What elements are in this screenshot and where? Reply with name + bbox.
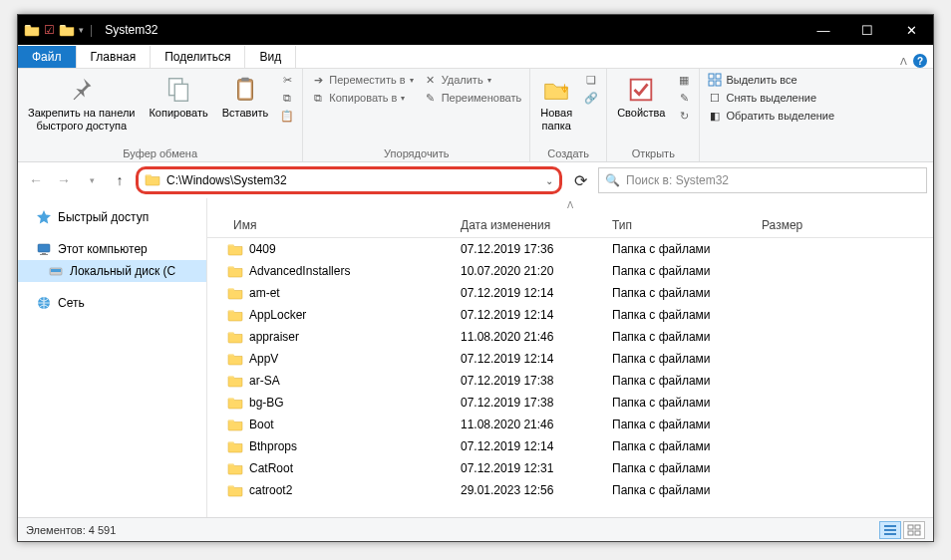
table-row[interactable]: am-et07.12.2019 12:14Папка с файлами bbox=[207, 282, 933, 304]
sidebar-item-quick-access[interactable]: Быстрый доступ bbox=[18, 206, 206, 228]
minimize-button[interactable]: — bbox=[801, 15, 845, 45]
table-row[interactable]: Boot11.08.2020 21:46Папка с файлами bbox=[207, 414, 933, 435]
file-name: am-et bbox=[249, 286, 280, 300]
rename-button[interactable]: ✎Переименовать bbox=[420, 89, 526, 107]
ribbon-collapse-icon[interactable]: ᐱ bbox=[900, 56, 907, 67]
table-row[interactable]: AppLocker07.12.2019 12:14Папка с файлами bbox=[207, 304, 933, 326]
sidebar: Быстрый доступ Этот компьютер Локальный … bbox=[18, 198, 207, 517]
copy-to-button[interactable]: ⧉Копировать в ▾ bbox=[307, 89, 417, 107]
col-name[interactable]: Имя bbox=[207, 218, 453, 232]
qat-properties-icon[interactable]: ☑ bbox=[44, 23, 55, 37]
tab-view[interactable]: Вид bbox=[245, 46, 296, 68]
collapse-handle[interactable]: ᐱ bbox=[207, 198, 933, 212]
refresh-button[interactable]: ⟳ bbox=[566, 166, 594, 194]
help-icon[interactable]: ? bbox=[913, 54, 927, 68]
tab-share[interactable]: Поделиться bbox=[151, 46, 245, 68]
up-button[interactable]: ↑ bbox=[108, 168, 132, 192]
clipboard-caption: Буфер обмена bbox=[22, 147, 298, 161]
file-date: 07.12.2019 17:36 bbox=[453, 242, 604, 256]
history-mini[interactable]: ↻ bbox=[673, 107, 695, 125]
folder-icon bbox=[227, 242, 243, 256]
back-button[interactable]: ← bbox=[24, 168, 48, 192]
file-type: Папка с файлами bbox=[604, 461, 754, 475]
copy-to-icon: ⧉ bbox=[311, 91, 325, 105]
edit-mini[interactable]: ✎ bbox=[673, 89, 695, 107]
table-row[interactable]: AppV07.12.2019 12:14Папка с файлами bbox=[207, 348, 933, 370]
file-name: AdvancedInstallers bbox=[249, 264, 350, 278]
file-date: 11.08.2020 21:46 bbox=[453, 330, 604, 344]
new-folder-button[interactable]: Новая папка bbox=[534, 71, 578, 136]
svg-rect-21 bbox=[908, 531, 913, 535]
file-name: 0409 bbox=[249, 242, 276, 256]
table-row[interactable]: catroot229.01.2023 12:56Папка с файлами bbox=[207, 479, 933, 501]
folder-icon bbox=[227, 483, 243, 497]
table-row[interactable]: Bthprops07.12.2019 12:14Папка с файлами bbox=[207, 435, 933, 457]
folder-icon bbox=[227, 439, 243, 453]
open-caption: Открыть bbox=[611, 147, 695, 161]
properties-button[interactable]: Свойства bbox=[611, 71, 671, 124]
sidebar-item-network[interactable]: Сеть bbox=[18, 292, 206, 314]
qat-newfolder-icon[interactable] bbox=[59, 23, 75, 37]
pin-quick-access-button[interactable]: Закрепить на панели быстрого доступа bbox=[22, 71, 141, 136]
search-input[interactable]: 🔍 Поиск в: System32 bbox=[598, 167, 927, 193]
svg-rect-16 bbox=[884, 525, 896, 527]
rename-icon: ✎ bbox=[424, 91, 438, 105]
copy-button[interactable]: Копировать bbox=[143, 71, 213, 124]
tab-file[interactable]: Файл bbox=[18, 46, 77, 68]
col-size[interactable]: Размер bbox=[754, 218, 833, 232]
select-none-icon: ☐ bbox=[708, 91, 722, 105]
col-type[interactable]: Тип bbox=[604, 218, 754, 232]
new-item-mini[interactable]: ❏ bbox=[580, 71, 602, 89]
table-row[interactable]: CatRoot07.12.2019 12:31Папка с файлами bbox=[207, 457, 933, 479]
table-row[interactable]: AdvancedInstallers10.07.2020 21:20Папка … bbox=[207, 260, 933, 282]
file-type: Папка с файлами bbox=[604, 439, 754, 453]
address-dropdown-icon[interactable]: ⌄ bbox=[545, 175, 553, 186]
file-name: Boot bbox=[249, 418, 274, 431]
group-select: Выделить все ☐Снять выделение ◧Обратить … bbox=[700, 69, 842, 161]
details-view-button[interactable] bbox=[879, 521, 901, 539]
sidebar-item-this-pc[interactable]: Этот компьютер bbox=[18, 238, 206, 260]
paste-button[interactable]: Вставить bbox=[216, 71, 275, 124]
address-bar[interactable]: C:\Windows\System32 ⌄ bbox=[136, 166, 562, 194]
select-none-button[interactable]: ☐Снять выделение bbox=[704, 89, 838, 107]
address-folder-icon bbox=[145, 172, 160, 189]
close-button[interactable]: ✕ bbox=[889, 15, 933, 45]
ribbon: Закрепить на панели быстрого доступа Коп… bbox=[18, 69, 933, 162]
file-type: Папка с файлами bbox=[604, 330, 754, 344]
network-icon bbox=[36, 295, 52, 311]
easy-access-mini[interactable]: 🔗 bbox=[580, 89, 602, 107]
select-all-button[interactable]: Выделить все bbox=[704, 71, 838, 89]
sidebar-item-local-disk[interactable]: Локальный диск (C bbox=[18, 260, 206, 282]
delete-button[interactable]: ✕Удалить ▾ bbox=[420, 71, 526, 89]
table-row[interactable]: ar-SA07.12.2019 17:38Папка с файлами bbox=[207, 370, 933, 392]
new-caption: Создать bbox=[534, 147, 602, 161]
icons-view-button[interactable] bbox=[903, 521, 925, 539]
recent-dropdown[interactable]: ▾ bbox=[80, 168, 104, 192]
file-name: appraiser bbox=[249, 330, 299, 344]
move-to-button[interactable]: ➔Переместить в ▾ bbox=[307, 71, 417, 89]
tab-home[interactable]: Главная bbox=[77, 46, 152, 68]
open-mini[interactable]: ▦ bbox=[673, 71, 695, 89]
file-name: Bthprops bbox=[249, 439, 297, 453]
qat-dropdown-icon[interactable]: ▾ bbox=[79, 25, 84, 35]
file-list[interactable]: 040907.12.2019 17:36Папка с файламиAdvan… bbox=[207, 238, 933, 517]
ribbon-tabs: Файл Главная Поделиться Вид ᐱ ? bbox=[18, 45, 933, 69]
file-date: 07.12.2019 12:14 bbox=[453, 286, 604, 300]
forward-button[interactable]: → bbox=[52, 168, 76, 192]
table-row[interactable]: bg-BG07.12.2019 17:38Папка с файлами bbox=[207, 392, 933, 414]
maximize-button[interactable]: ☐ bbox=[845, 15, 889, 45]
file-name: CatRoot bbox=[249, 461, 293, 475]
file-date: 07.12.2019 17:38 bbox=[453, 374, 604, 388]
svg-rect-20 bbox=[915, 525, 920, 529]
organize-caption: Упорядочить bbox=[307, 147, 525, 161]
group-clipboard: Закрепить на панели быстрого доступа Коп… bbox=[18, 69, 303, 161]
svg-rect-18 bbox=[884, 533, 896, 535]
table-row[interactable]: 040907.12.2019 17:36Папка с файлами bbox=[207, 238, 933, 260]
invert-selection-button[interactable]: ◧Обратить выделение bbox=[704, 107, 838, 125]
file-name: AppLocker bbox=[249, 308, 306, 322]
file-type: Папка с файлами bbox=[604, 483, 754, 497]
file-date: 10.07.2020 21:20 bbox=[453, 264, 604, 278]
col-date[interactable]: Дата изменения bbox=[453, 218, 604, 232]
table-row[interactable]: appraiser11.08.2020 21:46Папка с файлами bbox=[207, 326, 933, 348]
move-icon: ➔ bbox=[311, 73, 325, 87]
